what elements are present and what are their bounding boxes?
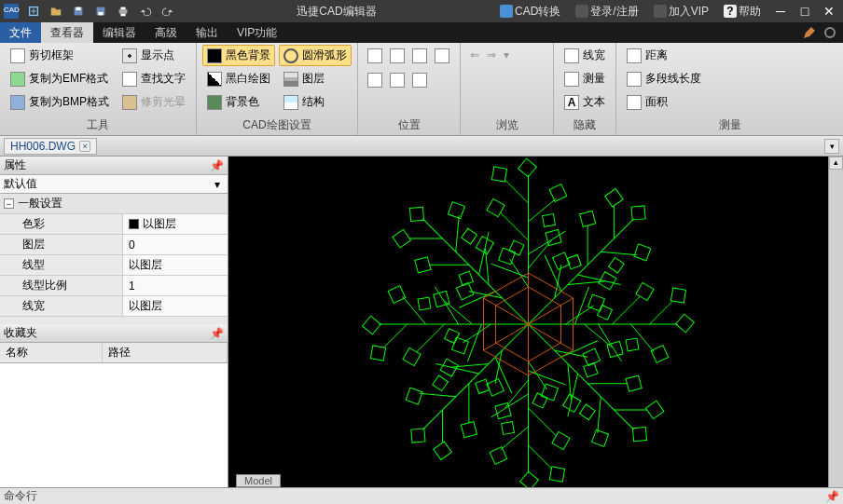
nav-fwd-icon[interactable]: ⇒ xyxy=(487,48,496,61)
linewidth-icon xyxy=(564,48,579,63)
help-button[interactable]: ?帮助 xyxy=(718,2,767,21)
nav-back-icon[interactable]: ⇐ xyxy=(470,48,479,61)
zoom-out-icon[interactable] xyxy=(412,48,427,63)
redo-icon[interactable] xyxy=(157,0,179,22)
ribbon-label-hide: 隐藏 xyxy=(560,116,610,135)
close-button[interactable]: ✕ xyxy=(819,2,839,20)
menu-bar: 文件 查看器 编辑器 高级 输出 VIP功能 xyxy=(0,22,843,43)
find-text-button[interactable]: 查找文字 xyxy=(117,68,190,89)
prop-row-layer[interactable]: 图层 0 xyxy=(0,235,228,255)
ribbon-group-tools: 剪切框架 复制为EMF格式 复制为BMP格式 显示点 查找文字 修剪光晕 工具 xyxy=(0,43,197,135)
default-value-row[interactable]: 默认值 ▾ xyxy=(0,175,228,194)
canvas-wrap: Model xyxy=(228,157,828,487)
svg-rect-21 xyxy=(491,167,506,182)
fav-col-name[interactable]: 名称 xyxy=(0,343,103,362)
structure-button[interactable]: 结构 xyxy=(279,91,352,113)
ribbon-group-position: 位置 xyxy=(358,43,461,135)
svg-rect-13 xyxy=(499,248,516,265)
minimize-button[interactable]: ─ xyxy=(770,2,791,20)
doc-tabs-dropdown[interactable]: ▾ xyxy=(824,139,839,154)
doc-tab-close-icon[interactable]: × xyxy=(79,141,90,152)
measure-icon xyxy=(564,72,579,87)
smooth-arc-button[interactable]: 圆滑弧形 xyxy=(279,45,352,66)
layer-button[interactable]: 图层 xyxy=(279,68,352,89)
polyline-len-button[interactable]: 多段线长度 xyxy=(622,68,837,89)
maximize-button[interactable]: □ xyxy=(795,2,815,20)
login-button[interactable]: 登录/注册 xyxy=(570,2,643,21)
zoom-scale-icon[interactable] xyxy=(390,73,405,88)
fav-col-path[interactable]: 路径 xyxy=(103,343,228,362)
show-point-button[interactable]: 显示点 xyxy=(117,45,190,66)
pen-tool-icon[interactable] xyxy=(802,25,817,40)
zoom-center-icon[interactable] xyxy=(412,73,427,88)
svg-line-16 xyxy=(501,212,529,240)
ribbon-group-measure: 距离 多段线长度 面积 测量 xyxy=(616,43,843,135)
prop-row-lineweight[interactable]: 线宽 以图层 xyxy=(0,296,228,317)
ribbon-group-cad-settings: 黑色背景 黑白绘图 背景色 圆滑弧形 图层 结构 CAD绘图设置 xyxy=(197,43,358,135)
new-icon[interactable] xyxy=(22,0,45,22)
text-hide-button[interactable]: A文本 xyxy=(560,91,610,113)
model-tab[interactable]: Model xyxy=(236,474,281,487)
measure-hide-button[interactable]: 测量 xyxy=(560,68,610,89)
copy-emf-button[interactable]: 复制为EMF格式 xyxy=(6,68,114,89)
tab-output[interactable]: 输出 xyxy=(187,22,228,43)
zoom-extents-icon[interactable] xyxy=(367,73,382,88)
doc-tab[interactable]: HH006.DWG × xyxy=(4,138,97,155)
props-title: 属性 xyxy=(4,157,26,173)
svg-rect-9 xyxy=(120,14,125,17)
tab-viewer[interactable]: 查看器 xyxy=(41,22,93,43)
main-area: 属性 📌 默认值 ▾ − 一般设置 色彩 以图层 图层 0 线型 以图层 xyxy=(0,157,843,487)
ribbon-label-tools: 工具 xyxy=(6,116,190,135)
black-bg-button[interactable]: 黑色背景 xyxy=(202,45,275,66)
tab-file[interactable]: 文件 xyxy=(0,22,41,43)
chevron-down-icon[interactable]: ▾ xyxy=(211,178,224,191)
title-bar: CAD 迅捷CAD编辑器 CAD转换 登录/注册 加入VIP ?帮助 ─ □ ✕ xyxy=(0,0,843,22)
ribbon-label-cad-settings: CAD绘图设置 xyxy=(202,116,352,135)
bmp-icon xyxy=(10,95,25,110)
settings-icon[interactable] xyxy=(822,25,837,40)
structure-icon xyxy=(283,95,298,110)
line-width-button[interactable]: 线宽 xyxy=(560,45,610,66)
black-bg-icon xyxy=(207,48,222,63)
svg-rect-4 xyxy=(76,7,80,11)
save-icon[interactable] xyxy=(67,0,90,22)
distance-button[interactable]: 距离 xyxy=(622,45,837,66)
zoom-in-icon[interactable] xyxy=(390,48,405,63)
collapse-icon[interactable]: − xyxy=(4,198,14,209)
cad-convert-button[interactable]: CAD转换 xyxy=(494,2,566,21)
vertical-scrollbar[interactable]: ▴ xyxy=(828,157,843,487)
pin-icon[interactable]: 📌 xyxy=(210,159,224,172)
tab-vip[interactable]: VIP功能 xyxy=(228,22,286,43)
save-as-icon[interactable] xyxy=(90,0,112,22)
scissors-icon xyxy=(10,48,25,63)
prop-row-linetype[interactable]: 线型 以图层 xyxy=(0,255,228,276)
command-line[interactable]: 命令行 📌 xyxy=(0,487,843,504)
layer-icon xyxy=(283,72,298,87)
print-icon[interactable] xyxy=(112,0,134,22)
props-section-header[interactable]: − 一般设置 xyxy=(0,194,228,214)
scroll-up-icon[interactable]: ▴ xyxy=(829,157,843,170)
zoom-window-icon[interactable] xyxy=(367,48,382,63)
drawing-canvas[interactable]: Model xyxy=(228,157,828,487)
area-button[interactable]: 面积 xyxy=(622,91,837,113)
vip-button[interactable]: 加入VIP xyxy=(648,2,714,21)
tab-advanced[interactable]: 高级 xyxy=(145,22,187,43)
app-icon[interactable]: CAD xyxy=(0,0,22,22)
fix-halo-button[interactable]: 修剪光晕 xyxy=(117,91,190,113)
bw-draw-button[interactable]: 黑白绘图 xyxy=(202,68,275,89)
ribbon-group-browse: ⇐ ⇒ ▾ 浏览 xyxy=(461,43,554,135)
prop-row-ltscale[interactable]: 线型比例 1 xyxy=(0,276,228,296)
open-icon[interactable] xyxy=(45,0,67,22)
undo-icon[interactable] xyxy=(134,0,157,22)
svg-rect-6 xyxy=(98,12,103,16)
pin-icon[interactable]: 📌 xyxy=(825,490,839,503)
bg-color-button[interactable]: 背景色 xyxy=(202,91,275,113)
user-icon xyxy=(575,5,588,18)
pin-icon[interactable]: 📌 xyxy=(210,327,224,340)
clip-frame-button[interactable]: 剪切框架 xyxy=(6,45,114,66)
nav-dd-icon[interactable]: ▾ xyxy=(504,48,509,61)
copy-bmp-button[interactable]: 复制为BMP格式 xyxy=(6,91,114,113)
prop-row-color[interactable]: 色彩 以图层 xyxy=(0,214,228,235)
pan-icon[interactable] xyxy=(435,48,449,63)
tab-editor[interactable]: 编辑器 xyxy=(93,22,145,43)
